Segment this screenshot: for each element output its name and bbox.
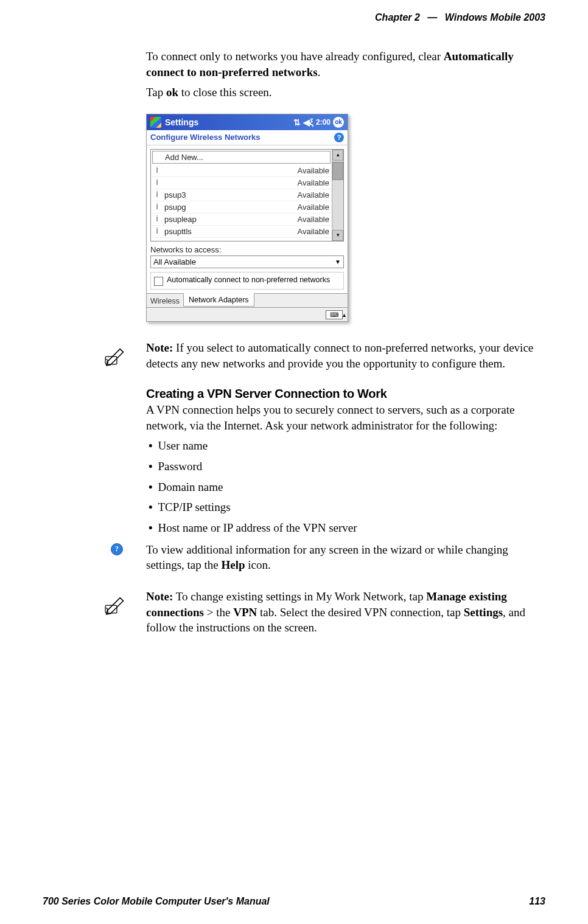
antenna-icon: İ xyxy=(153,191,161,198)
help-icon[interactable]: ? xyxy=(334,133,344,142)
tab-wireless[interactable]: Wireless xyxy=(147,295,183,307)
para2-bold: ok xyxy=(166,86,178,99)
paragraph-2: Tap ok to close this screen. xyxy=(146,85,542,100)
antenna-icon: İ xyxy=(153,167,161,174)
start-icon[interactable] xyxy=(150,117,161,128)
list-item[interactable]: İAvailable xyxy=(151,165,332,177)
list-item[interactable]: İpsupgAvailable xyxy=(151,201,332,214)
para1-end: . xyxy=(318,66,321,78)
tab-network-adapters[interactable]: Network Adapters xyxy=(183,293,254,307)
help-tip-icon: ? xyxy=(111,543,123,555)
network-status: Available xyxy=(297,239,329,241)
antenna-icon: İ xyxy=(153,203,161,210)
connectivity-icon[interactable]: ⇅ xyxy=(293,117,301,127)
note2-text: Note: To change existing settings in My … xyxy=(146,589,542,636)
note2-b3: Settings xyxy=(464,606,503,619)
list-item[interactable]: İAvailable xyxy=(151,177,332,189)
tip-p1: To view additional information for any s… xyxy=(146,543,508,572)
scroll-up-button[interactable]: ▴ xyxy=(332,150,343,161)
screen-subheader: Configure Wireless Networks ? xyxy=(147,130,348,145)
chevron-down-icon: ▼ xyxy=(335,259,341,265)
list-item[interactable]: İpsup3Available xyxy=(151,189,332,201)
keyboard-icon[interactable]: ⌨ xyxy=(326,310,343,319)
checkbox-icon[interactable] xyxy=(154,277,163,286)
header-dash: — xyxy=(427,12,437,23)
list-item: TCP/IP settings xyxy=(149,499,542,515)
antenna-icon: İ xyxy=(153,215,161,223)
antenna-icon: İ xyxy=(153,179,161,186)
network-status: Available xyxy=(297,215,329,224)
add-new-row[interactable]: Add New... xyxy=(152,151,331,164)
note-icon xyxy=(103,340,130,376)
networks-to-access-dropdown[interactable]: All Available ▼ xyxy=(150,255,344,268)
checkbox-label: Automatically connect to non-preferred n… xyxy=(167,276,330,284)
note-block-1: Note: If you select to automatically con… xyxy=(146,340,542,376)
scroll-down-button[interactable]: ▾ xyxy=(332,230,343,241)
header-title: Windows Mobile 2003 xyxy=(445,12,545,23)
list-item: Password xyxy=(149,459,542,474)
network-name: psup3 xyxy=(164,190,297,200)
section-paragraph: A VPN connection helps you to securely c… xyxy=(146,402,542,433)
embedded-screenshot: Settings ⇅ ◀ξ 2:00 ok Configure Wireless… xyxy=(146,114,348,322)
note2-bold: Note: xyxy=(146,590,173,603)
dropdown-value: All Available xyxy=(153,257,335,266)
network-name: psupttls xyxy=(164,227,297,236)
chapter-number: 2 xyxy=(415,12,420,23)
titlebar: Settings ⇅ ◀ξ 2:00 ok xyxy=(147,114,348,130)
manual-title: 700 Series Color Mobile Computer User's … xyxy=(43,896,270,907)
para2-end: to close this screen. xyxy=(178,86,272,99)
note2-b2: VPN xyxy=(233,606,257,619)
sip-bar: ⌨▴ xyxy=(147,307,348,321)
list-item[interactable]: ∘swordamoAvailable xyxy=(151,238,332,241)
tabs: Wireless Network Adapters xyxy=(147,293,348,307)
para2-text: Tap xyxy=(146,86,166,99)
tip-text: To view additional information for any s… xyxy=(146,542,542,573)
clock-text: 2:00 xyxy=(316,118,331,127)
network-status: Available xyxy=(297,178,329,187)
note-icon xyxy=(103,589,130,641)
pencil-note-icon xyxy=(104,341,130,367)
scrollbar[interactable]: ▴ ▾ xyxy=(332,150,343,241)
networks-to-access-label: Networks to access: xyxy=(147,241,348,255)
scroll-track[interactable] xyxy=(332,180,343,230)
antenna-icon: ∘ xyxy=(153,240,161,241)
add-new-label: Add New... xyxy=(165,153,203,162)
page-footer: 700 Series Color Mobile Computer User's … xyxy=(43,896,545,907)
network-name: swordamo xyxy=(164,239,297,241)
volume-icon[interactable]: ◀ξ xyxy=(303,117,313,127)
chapter-label: Chapter xyxy=(375,12,411,23)
note2-p2: > the xyxy=(204,606,233,619)
note2-p1: To change existing settings in My Work N… xyxy=(173,590,426,603)
tip-block: ? To view additional information for any… xyxy=(146,542,542,578)
network-status: Available xyxy=(297,203,329,212)
networks-listbox[interactable]: Add New... İAvailable İAvailable İpsup3A… xyxy=(150,149,344,241)
pencil-note-icon xyxy=(104,590,130,616)
tip-p2: icon. xyxy=(245,558,271,571)
auto-connect-checkbox-row[interactable]: Automatically connect to non-preferred n… xyxy=(150,272,344,290)
page-number: 113 xyxy=(529,896,545,907)
note-block-2: Note: To change existing settings in My … xyxy=(146,589,542,641)
para1-text: To connect only to networks you have alr… xyxy=(146,50,444,63)
main-content: To connect only to networks you have alr… xyxy=(146,49,542,651)
sip-arrow-icon[interactable]: ▴ xyxy=(343,311,346,318)
network-name: psupg xyxy=(164,203,297,212)
list-item: User name xyxy=(149,438,542,454)
titlebar-text: Settings xyxy=(165,117,198,127)
antenna-icon: İ xyxy=(153,228,161,235)
network-status: Available xyxy=(297,227,329,236)
tip-icon-container: ? xyxy=(103,542,130,578)
note1-bold: Note: xyxy=(146,341,173,354)
subheader-text: Configure Wireless Networks xyxy=(150,133,260,142)
network-status: Available xyxy=(297,166,329,175)
note1-body: If you select to automatically connect t… xyxy=(146,341,533,370)
note1-text: Note: If you select to automatically con… xyxy=(146,340,542,371)
bullet-list: User name Password Domain name TCP/IP se… xyxy=(146,438,542,535)
network-status: Available xyxy=(297,190,329,200)
paragraph-1: To connect only to networks you have alr… xyxy=(146,49,542,80)
scroll-thumb[interactable] xyxy=(332,162,343,180)
list-item: Host name or IP address of the VPN serve… xyxy=(149,520,542,536)
list-item: Domain name xyxy=(149,479,542,495)
ok-button[interactable]: ok xyxy=(333,117,344,128)
list-item[interactable]: İpsupttlsAvailable xyxy=(151,226,332,238)
list-item[interactable]: İpsupleapAvailable xyxy=(151,214,332,226)
